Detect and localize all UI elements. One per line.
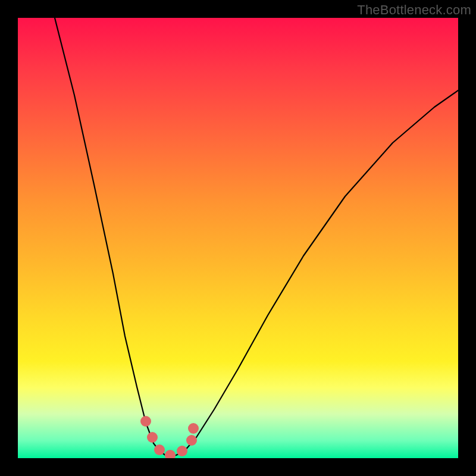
marker-point	[177, 446, 187, 456]
outer-frame: TheBottleneck.com	[0, 0, 476, 476]
marker-point	[186, 435, 197, 446]
marker-point	[165, 450, 176, 458]
marker-point	[140, 416, 151, 427]
marker-group	[140, 416, 199, 458]
marker-point	[188, 423, 199, 434]
plot-area	[18, 18, 458, 458]
marker-point	[154, 444, 165, 455]
bottleneck-curve	[55, 18, 458, 456]
marker-point	[147, 432, 158, 443]
watermark-text: TheBottleneck.com	[357, 2, 471, 18]
chart-svg	[18, 18, 458, 458]
